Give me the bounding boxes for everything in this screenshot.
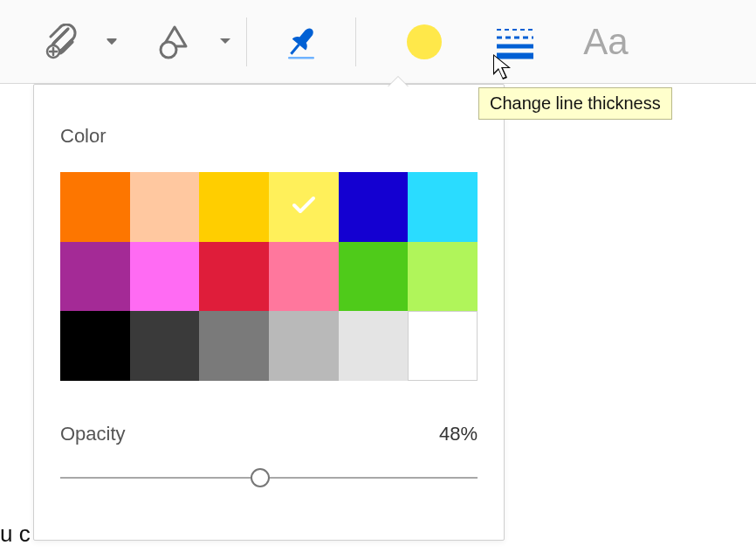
- color-swatch[interactable]: [130, 311, 200, 381]
- opacity-value: 48%: [439, 423, 478, 445]
- line-thickness-tool[interactable]: [489, 16, 541, 68]
- color-swatch[interactable]: [269, 311, 339, 381]
- pin-icon: [275, 16, 327, 68]
- selected-color-dot: [407, 24, 442, 59]
- annotation-toolbar: Aa: [0, 0, 756, 84]
- color-swatch[interactable]: [199, 311, 269, 381]
- color-swatch-icon: [398, 16, 450, 68]
- color-swatch-grid: [60, 172, 478, 381]
- document-text-fragment: u c: [0, 521, 31, 548]
- opacity-slider-thumb[interactable]: [251, 468, 270, 487]
- shape-tool[interactable]: [148, 16, 218, 68]
- svg-rect-3: [288, 57, 314, 59]
- color-swatch[interactable]: [339, 311, 409, 381]
- tooltip-line-thickness: Change line thickness: [478, 87, 672, 120]
- line-thickness-icon: [489, 16, 541, 68]
- color-swatch[interactable]: [269, 172, 339, 242]
- shapes-icon: [148, 16, 201, 68]
- color-swatch[interactable]: [60, 242, 130, 312]
- svg-rect-2: [290, 44, 299, 55]
- color-swatch[interactable]: [408, 172, 478, 242]
- toolbar-divider: [355, 17, 356, 66]
- color-swatch[interactable]: [339, 242, 409, 312]
- attach-tool[interactable]: [35, 16, 105, 68]
- pin-tool[interactable]: [275, 16, 327, 68]
- color-swatch[interactable]: [199, 172, 269, 242]
- color-swatch[interactable]: [408, 242, 478, 312]
- opacity-section-label: Opacity: [60, 423, 126, 445]
- color-swatch[interactable]: [199, 242, 269, 312]
- color-opacity-panel: Color Opacity 48%: [33, 84, 505, 541]
- color-swatch[interactable]: [130, 242, 200, 312]
- color-swatch[interactable]: [60, 311, 130, 381]
- color-swatch[interactable]: [60, 172, 130, 242]
- dropdown-caret-icon: [107, 38, 117, 45]
- color-swatch[interactable]: [339, 172, 409, 242]
- opacity-slider[interactable]: [60, 468, 478, 487]
- check-icon: [291, 195, 317, 219]
- svg-point-1: [161, 42, 176, 58]
- color-swatch[interactable]: [408, 311, 478, 381]
- attach-icon: [35, 16, 87, 68]
- color-tool[interactable]: [398, 16, 450, 68]
- color-swatch[interactable]: [269, 242, 339, 312]
- text-tool[interactable]: Aa: [580, 16, 632, 68]
- color-section-label: Color: [60, 125, 478, 148]
- panel-pointer: [388, 76, 409, 86]
- color-swatch[interactable]: [130, 172, 200, 242]
- dropdown-caret-icon: [220, 38, 230, 45]
- text-icon: Aa: [580, 16, 632, 68]
- toolbar-divider: [246, 17, 247, 66]
